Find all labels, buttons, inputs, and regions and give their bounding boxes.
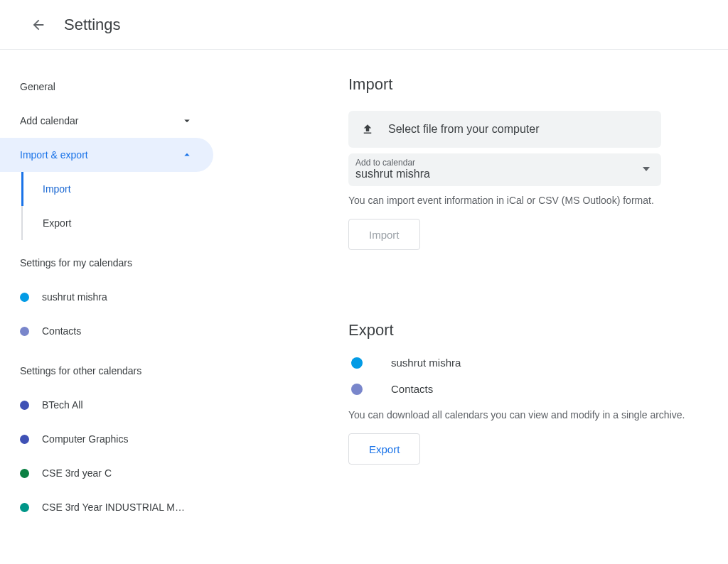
nav-add-calendar[interactable]: Add calendar xyxy=(0,104,213,138)
export-button[interactable]: Export xyxy=(348,433,420,465)
calendar-item[interactable]: CSE 3rd year C xyxy=(0,456,213,490)
export-calendar-label: Contacts xyxy=(391,383,433,395)
dropdown-label: Add to calendar xyxy=(355,158,430,168)
export-calendar-row: sushrut mishra xyxy=(348,357,728,369)
import-heading: Import xyxy=(348,75,728,94)
section-my-calendars: Settings for my calendars xyxy=(0,240,213,280)
calendar-color-dot xyxy=(20,503,29,512)
calendar-label: BTech All xyxy=(42,399,83,411)
import-button[interactable]: Import xyxy=(348,219,420,250)
export-heading: Export xyxy=(348,321,728,340)
calendar-label: sushrut mishra xyxy=(42,291,107,303)
import-hint: You can import event information in iCal… xyxy=(348,195,728,206)
arrow-left-icon xyxy=(31,17,46,33)
export-calendar-row: Contacts xyxy=(348,383,728,395)
calendar-label: Contacts xyxy=(42,325,81,337)
calendar-color-dot xyxy=(20,293,29,302)
section-other-calendars: Settings for other calendars xyxy=(0,348,213,388)
nav-general[interactable]: General xyxy=(0,70,213,104)
upload-icon xyxy=(361,123,374,136)
button-label: Import xyxy=(369,229,400,241)
button-label: Export xyxy=(369,443,400,455)
header: Settings xyxy=(0,0,728,50)
back-button[interactable] xyxy=(24,11,53,39)
calendar-item[interactable]: CSE 3rd Year INDUSTRIAL M… xyxy=(0,490,213,524)
calendar-item[interactable]: Contacts xyxy=(0,314,213,348)
page-title: Settings xyxy=(64,16,121,34)
export-calendar-label: sushrut mishra xyxy=(391,357,461,369)
file-select-button[interactable]: Select file from your computer xyxy=(348,111,661,148)
nav-label: Add calendar xyxy=(20,115,79,126)
caret-down-icon xyxy=(643,167,650,171)
subnav-export[interactable]: Export xyxy=(0,206,213,240)
calendar-color-dot xyxy=(20,401,29,410)
sidebar[interactable]: General Add calendar Import & export Imp… xyxy=(0,50,213,564)
calendar-label: Computer Graphics xyxy=(42,433,128,445)
calendar-dropdown[interactable]: Add to calendar sushrut mishra xyxy=(348,153,661,186)
calendar-item[interactable]: sushrut mishra xyxy=(0,280,213,314)
chevron-down-icon xyxy=(181,114,193,127)
nav-label: Import & export xyxy=(20,149,88,161)
calendar-label: CSE 3rd year C xyxy=(42,467,112,479)
calendar-color-dot xyxy=(20,327,29,336)
calendar-label: CSE 3rd Year INDUSTRIAL M… xyxy=(42,501,185,513)
calendar-item[interactable]: Computer Graphics xyxy=(0,422,213,456)
calendar-color-dot xyxy=(20,435,29,444)
calendar-item[interactable]: BTech All xyxy=(0,388,213,422)
calendar-color-dot xyxy=(20,469,29,478)
export-hint: You can download all calendars you can v… xyxy=(348,409,728,421)
chevron-up-icon xyxy=(181,148,193,161)
calendar-color-dot xyxy=(351,384,363,395)
subnav-label: Export xyxy=(43,217,71,229)
subnav-import[interactable]: Import xyxy=(0,172,213,206)
subnav-label: Import xyxy=(43,183,71,195)
calendar-color-dot xyxy=(351,357,363,369)
main-content: Import Select file from your computer Ad… xyxy=(213,50,728,564)
dropdown-value: sushrut mishra xyxy=(355,168,430,180)
nav-import-export[interactable]: Import & export xyxy=(0,138,213,172)
nav-label: General xyxy=(20,81,55,92)
file-select-label: Select file from your computer xyxy=(388,123,540,136)
